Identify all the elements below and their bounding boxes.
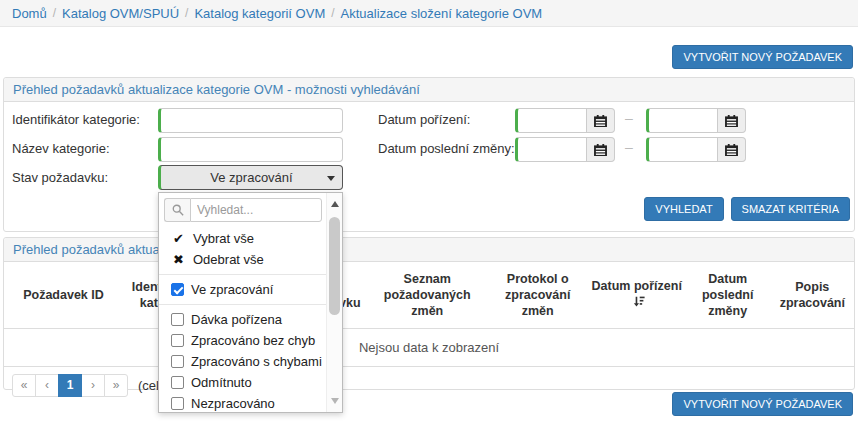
breadcrumb-separator: / bbox=[331, 6, 334, 20]
divider bbox=[159, 274, 342, 275]
calendar-button[interactable] bbox=[718, 108, 746, 133]
breadcrumb-separator: / bbox=[185, 6, 188, 20]
status-dropdown-menu: ✔ Vybrat vše ✖ Odebrat vše Ve zpracování… bbox=[158, 192, 343, 413]
column-header[interactable]: Datum poslední změny bbox=[685, 262, 771, 329]
deselect-all-item[interactable]: ✖ Odebrat vše bbox=[159, 249, 342, 270]
calendar-icon bbox=[725, 115, 738, 127]
status-option[interactable]: Nezpracováno bbox=[159, 393, 342, 414]
checkbox-unchecked-icon bbox=[171, 313, 184, 326]
breadcrumb-item[interactable]: Aktualizace složení kategorie OVM bbox=[341, 6, 543, 21]
date-created-label: Datum pořízení: bbox=[378, 112, 471, 127]
search-panel: Přehled požadavků aktualizace kategorie … bbox=[3, 77, 855, 232]
search-button[interactable]: VYHLEDAT bbox=[644, 197, 723, 221]
column-header-label: Datum pořízení bbox=[592, 279, 682, 293]
scroll-down-icon[interactable] bbox=[331, 398, 339, 404]
status-option-label: Zpracováno s chybami bbox=[191, 354, 322, 369]
category-name-input[interactable] bbox=[158, 137, 343, 162]
status-option-label: Dávka pořízena bbox=[191, 312, 282, 327]
cross-icon: ✖ bbox=[171, 252, 186, 267]
checkbox-unchecked-icon bbox=[171, 397, 184, 410]
checkbox-unchecked-icon bbox=[171, 355, 184, 368]
status-option[interactable]: Dávka pořízena bbox=[159, 309, 342, 330]
page-number-button[interactable]: 1 bbox=[58, 374, 82, 397]
column-header-label: Požadavek ID bbox=[23, 288, 104, 302]
scrollbar-thumb[interactable] bbox=[329, 217, 340, 315]
column-header[interactable]: Popis zpracování bbox=[771, 262, 854, 329]
status-option-label: Odmítnuto bbox=[191, 375, 252, 390]
calendar-button[interactable] bbox=[587, 137, 615, 162]
results-panel: Přehled požadavků aktualizace kategorie … bbox=[3, 237, 855, 390]
column-header-label: Seznam požadovaných změn bbox=[384, 272, 471, 318]
scroll-up-icon[interactable] bbox=[331, 201, 339, 207]
date-modified-from-input[interactable] bbox=[515, 137, 587, 162]
table-row: Nejsou data k zobrazení bbox=[4, 329, 854, 367]
checkbox-unchecked-icon bbox=[171, 334, 184, 347]
column-header[interactable]: Požadavek ID bbox=[4, 262, 123, 329]
status-option[interactable]: Zpracováno bez chyb bbox=[159, 330, 342, 351]
sort-descending-icon bbox=[632, 295, 645, 312]
column-header[interactable]: Datum pořízení bbox=[589, 262, 685, 329]
status-label: Stav požadavku: bbox=[12, 170, 108, 185]
empty-message: Nejsou data k zobrazení bbox=[4, 329, 854, 367]
date-created-to-input[interactable] bbox=[646, 108, 718, 133]
breadcrumb-item[interactable]: Katalog kategorií OVM bbox=[194, 6, 325, 21]
breadcrumb-separator: / bbox=[53, 6, 56, 20]
search-icon bbox=[164, 198, 190, 222]
dropdown-search-input[interactable] bbox=[190, 198, 322, 222]
search-panel-title: Přehled požadavků aktualizace kategorie … bbox=[4, 78, 854, 102]
breadcrumb: Domů/Katalog OVM/SPUÚ/Katalog kategorií … bbox=[0, 0, 858, 27]
status-option[interactable]: Zpracováno s chybami bbox=[159, 351, 342, 372]
breadcrumb-item[interactable]: Domů bbox=[12, 6, 47, 21]
status-dropdown-value: Ve zpracování bbox=[210, 170, 292, 185]
column-header[interactable]: Protokol o zpracování změn bbox=[487, 262, 589, 329]
column-header-label: Datum poslední změny bbox=[702, 272, 753, 318]
status-option[interactable]: Ve zpracování bbox=[159, 279, 342, 300]
create-request-button-bottom[interactable]: VYTVOŘIT NOVÝ POŽADAVEK bbox=[672, 392, 853, 416]
calendar-button[interactable] bbox=[718, 137, 746, 162]
status-options-list: ✔ Vybrat vše ✖ Odebrat vše Ve zpracování… bbox=[159, 222, 342, 414]
date-created-from-input[interactable] bbox=[515, 108, 587, 133]
column-header[interactable]: Seznam požadovaných změn bbox=[368, 262, 487, 329]
table-header-row: Požadavek IDIdentifikátor kategorieNázev… bbox=[4, 262, 854, 329]
checkbox-unchecked-icon bbox=[171, 376, 184, 389]
page-first-button[interactable]: « bbox=[12, 374, 36, 397]
divider bbox=[159, 304, 342, 305]
dropdown-search-group bbox=[164, 198, 322, 222]
category-name-label: Název kategorie: bbox=[12, 141, 110, 156]
calendar-icon bbox=[594, 144, 607, 156]
category-id-label: Identifikátor kategorie: bbox=[12, 112, 140, 127]
breadcrumb-item[interactable]: Katalog OVM/SPUÚ bbox=[62, 6, 179, 21]
date-modified-to-group bbox=[646, 137, 746, 162]
create-request-button-top[interactable]: VYTVOŘIT NOVÝ POŽADAVEK bbox=[672, 45, 853, 69]
page-last-button[interactable]: » bbox=[104, 374, 128, 397]
date-created-from-group bbox=[515, 108, 615, 133]
results-panel-title: Přehled požadavků aktualizace kategorie … bbox=[4, 238, 854, 262]
dropdown-scrollbar[interactable] bbox=[326, 193, 342, 412]
date-created-to-group bbox=[646, 108, 746, 133]
chevron-down-icon bbox=[327, 176, 335, 181]
deselect-all-label: Odebrat vše bbox=[193, 252, 264, 267]
date-range-dash: – bbox=[625, 110, 633, 126]
page-prev-button[interactable]: ‹ bbox=[35, 374, 59, 397]
column-header-label: Popis zpracování bbox=[780, 280, 845, 310]
select-all-item[interactable]: ✔ Vybrat vše bbox=[159, 228, 342, 249]
page-next-button[interactable]: › bbox=[81, 374, 105, 397]
select-all-label: Vybrat vše bbox=[193, 231, 254, 246]
clear-criteria-button[interactable]: SMAZAT KRITÉRIA bbox=[731, 197, 850, 221]
date-modified-label: Datum poslední změny: bbox=[378, 141, 515, 156]
date-modified-to-input[interactable] bbox=[646, 137, 718, 162]
column-header-label: Protokol o zpracování změn bbox=[505, 272, 570, 318]
status-option[interactable]: Odmítnuto bbox=[159, 372, 342, 393]
checkbox-checked-icon bbox=[171, 283, 184, 296]
check-icon: ✔ bbox=[171, 231, 186, 246]
status-option-label: Nezpracováno bbox=[191, 396, 275, 411]
category-id-input[interactable] bbox=[158, 108, 343, 133]
date-range-dash: – bbox=[625, 139, 633, 155]
calendar-icon bbox=[725, 144, 738, 156]
calendar-icon bbox=[594, 115, 607, 127]
search-panel-body: Identifikátor kategorie: Název kategorie… bbox=[4, 102, 854, 231]
results-table: Požadavek IDIdentifikátor kategorieNázev… bbox=[4, 262, 854, 367]
status-option-label: Ve zpracování bbox=[191, 282, 273, 297]
calendar-button[interactable] bbox=[587, 108, 615, 133]
status-dropdown-button[interactable]: Ve zpracování bbox=[158, 165, 343, 190]
